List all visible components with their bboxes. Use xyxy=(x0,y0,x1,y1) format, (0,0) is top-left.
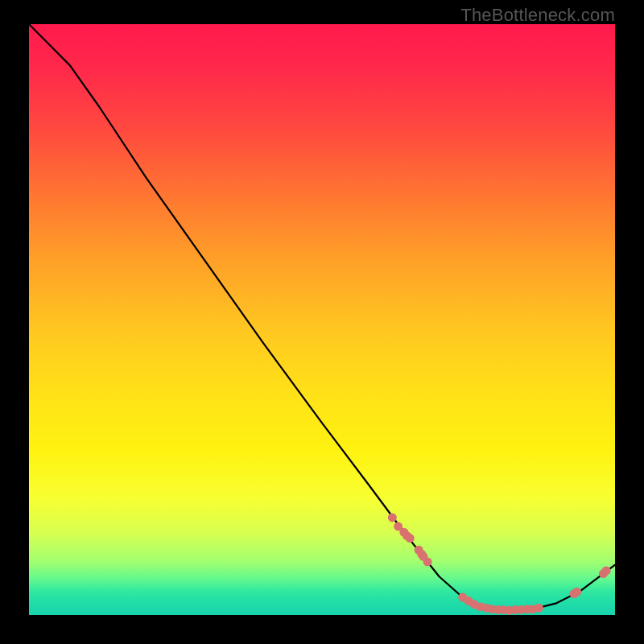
data-marker xyxy=(423,557,432,566)
data-marker xyxy=(406,534,415,543)
curve-layer xyxy=(29,24,615,615)
watermark-text: TheBottleneck.com xyxy=(460,5,615,26)
chart-container: TheBottleneck.com xyxy=(0,0,644,644)
data-marker xyxy=(535,604,543,613)
data-marker xyxy=(602,566,611,575)
bottleneck-curve xyxy=(29,24,615,610)
data-marker xyxy=(572,588,581,597)
data-marker xyxy=(388,513,397,522)
data-markers xyxy=(388,513,611,614)
